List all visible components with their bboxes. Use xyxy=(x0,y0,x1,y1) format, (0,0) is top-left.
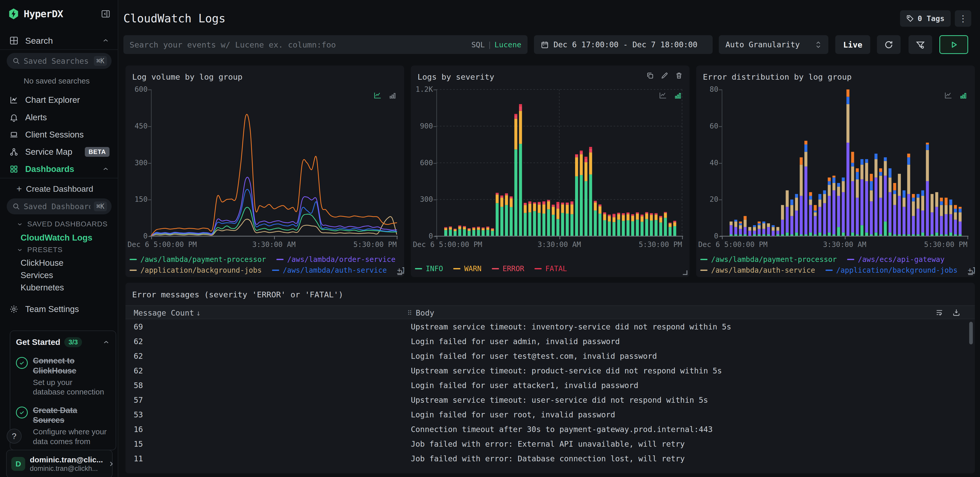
delete-panel-icon[interactable] xyxy=(675,72,683,80)
sidebar-preset-clickhouse[interactable]: ClickHouse xyxy=(21,258,64,268)
get-started-step-connect[interactable]: Connect to ClickHouse Set up your databa… xyxy=(16,356,110,397)
legend-color-dash xyxy=(700,270,708,271)
table-scrollbar[interactable] xyxy=(969,322,973,344)
sidebar-item-team-settings[interactable]: Team Settings xyxy=(0,302,118,316)
table-row[interactable]: 53Login failed for user root, invalid pa… xyxy=(126,407,975,422)
sidebar-dashboard-cloudwatch-logs[interactable]: CloudWatch Logs xyxy=(21,233,92,243)
tags-button[interactable]: 0 Tags xyxy=(900,10,951,27)
section-presets[interactable]: PRESETS xyxy=(16,246,63,254)
user-card[interactable]: D dominic.tran@clic... dominic.tran@clic… xyxy=(6,450,113,477)
legend-item[interactable]: /application/background-jobs xyxy=(826,266,958,275)
line-chart-mode-icon[interactable] xyxy=(659,91,667,99)
help-button[interactable]: ? xyxy=(7,429,22,444)
time-range-picker[interactable]: Dec 6 17:00:00 - Dec 7 18:00:00 xyxy=(534,35,713,54)
line-chart-mode-icon[interactable] xyxy=(944,91,953,99)
bar-chart-mode-icon[interactable] xyxy=(959,92,967,99)
granularity-select[interactable]: Auto Granularity xyxy=(719,35,828,54)
column-header-message-count[interactable]: Message Count ↓ xyxy=(134,308,201,317)
edit-panel-icon[interactable] xyxy=(661,72,668,80)
chart-logs-by-severity[interactable]: 1.2K9006003000Dec 6 5:00:00 PM3:30:00 AM… xyxy=(411,65,689,277)
refresh-button[interactable] xyxy=(877,35,900,54)
chevron-up-icon[interactable] xyxy=(102,165,110,173)
table-row[interactable]: 62Login failed for user admin, invalid p… xyxy=(126,334,975,348)
x-axis-tick-label: 5:30:00 PM xyxy=(639,240,682,249)
collapse-sidebar-icon[interactable] xyxy=(101,9,111,19)
section-saved-dashboards[interactable]: SAVED DASHBOARDS xyxy=(16,220,108,228)
sidebar-item-alerts[interactable]: Alerts xyxy=(0,110,118,125)
legend-more-link[interactable]: +1 more xyxy=(968,266,975,275)
chart-error-distribution[interactable]: 806040200Dec 6 5:00:00 PM3:30:00 AM5:30:… xyxy=(696,65,975,277)
legend-item[interactable]: FATAL xyxy=(535,264,567,273)
duplicate-panel-icon[interactable] xyxy=(646,72,654,80)
column-label: Body xyxy=(416,308,434,317)
table-row[interactable]: 16Connection timeout after 30s to paymen… xyxy=(126,422,975,436)
sidebar-preset-services[interactable]: Services xyxy=(21,270,53,280)
query-language-toggle[interactable]: SQL|Lucene xyxy=(471,40,521,49)
sidebar-item-service-map[interactable]: Service Map BETA xyxy=(0,145,118,159)
y-axis-tick xyxy=(433,199,436,200)
legend-item[interactable]: /aws/ecs/api-gateway xyxy=(847,255,945,264)
bar-chart-mode-icon[interactable] xyxy=(389,92,396,99)
column-header-body[interactable]: ⠿ Body xyxy=(407,308,434,317)
chevron-up-icon[interactable] xyxy=(102,339,110,346)
table-row[interactable]: 57Upstream service timeout: user-service… xyxy=(126,393,975,407)
create-dashboard-button[interactable]: + Create Dashboard xyxy=(16,183,93,194)
filter-button[interactable] xyxy=(908,35,932,54)
chart-log-volume[interactable]: 6004503001500Dec 6 5:00:00 PM3:30:00 AM5… xyxy=(126,65,404,277)
bar-chart-mode-icon[interactable] xyxy=(674,92,682,99)
live-button[interactable]: Live xyxy=(835,35,870,54)
get-started-step-sources[interactable]: Create Data Sources Configure where your… xyxy=(16,405,110,447)
sidebar-item-client-sessions[interactable]: Client Sessions xyxy=(0,127,118,142)
sidebar-item-dashboards[interactable]: Dashboards xyxy=(0,162,118,176)
chart-mode-toggle xyxy=(659,91,682,99)
cell-body: Login failed for user attacker1, invalid… xyxy=(411,381,638,390)
saved-searches-search[interactable]: ⌘K xyxy=(7,53,111,69)
table-row[interactable]: 62Login failed for user test@test.com, i… xyxy=(126,348,975,363)
download-icon[interactable] xyxy=(952,308,961,316)
cell-message-count: 15 xyxy=(134,439,143,448)
drag-handle-icon[interactable]: ⠿ xyxy=(407,309,412,317)
sidebar-item-search[interactable]: Search xyxy=(0,33,118,48)
laptop-icon xyxy=(9,130,19,140)
y-axis-tick xyxy=(148,126,151,127)
line-chart-mode-icon[interactable] xyxy=(373,91,382,99)
legend-more-link[interactable]: +1 more xyxy=(397,266,404,275)
table-row[interactable]: 58Login failed for user attacker1, inval… xyxy=(126,378,975,393)
table-row[interactable]: 69Upstream service timeout: inventory-se… xyxy=(126,319,975,334)
saved-dashboards-search[interactable]: ⌘K xyxy=(7,199,111,214)
legend-item[interactable]: INFO xyxy=(415,264,443,273)
legend-item[interactable]: WARN xyxy=(453,264,481,273)
legend-item[interactable]: /application/background-jobs xyxy=(130,266,262,275)
legend-item[interactable]: /aws/lambda/payment-processor xyxy=(700,255,837,264)
event-search[interactable]: SQL|Lucene xyxy=(123,35,528,54)
legend-item[interactable]: /aws/lambda/payment-processor xyxy=(130,255,266,264)
sidebar-preset-kubernetes[interactable]: Kubernetes xyxy=(21,283,64,293)
table-row[interactable]: 11Job failed with error: Database connec… xyxy=(126,451,975,466)
table-row[interactable]: 62Upstream service timeout: product-serv… xyxy=(126,363,975,378)
legend-item[interactable]: ERROR xyxy=(492,264,524,273)
run-query-button[interactable] xyxy=(939,35,968,54)
divider xyxy=(0,49,118,50)
saved-searches-input[interactable] xyxy=(24,57,90,65)
saved-dashboards-input[interactable] xyxy=(24,202,90,211)
chevron-up-icon[interactable] xyxy=(102,37,110,45)
legend-item[interactable]: /aws/lambda/auth-service xyxy=(272,266,387,275)
y-axis-tick-label: 80 xyxy=(696,86,718,93)
sql-toggle[interactable]: SQL xyxy=(471,40,485,49)
lucene-toggle[interactable]: Lucene xyxy=(494,40,521,49)
sidebar-item-chart-explorer[interactable]: Chart Explorer xyxy=(0,92,118,107)
x-axis-tick xyxy=(967,236,968,239)
table-row[interactable]: 15Job failed with error: External API un… xyxy=(126,436,975,451)
wrap-text-icon[interactable] xyxy=(935,308,943,316)
chart-plot[interactable] xyxy=(151,89,397,236)
legend-item[interactable]: /aws/lambda/order-service xyxy=(276,255,395,264)
cell-body: Upstream service timeout: inventory-serv… xyxy=(411,322,731,331)
kebab-menu-button[interactable]: ⋮ xyxy=(955,10,971,27)
chart-mode-toggle xyxy=(944,91,967,99)
section-label: SAVED DASHBOARDS xyxy=(27,220,108,228)
chart-legend-row: /aws/lambda/payment-processor/aws/lambda… xyxy=(130,255,395,264)
chart-plot[interactable] xyxy=(722,89,967,236)
chart-plot[interactable] xyxy=(436,89,682,236)
legend-item[interactable]: /aws/lambda/auth-service xyxy=(700,266,815,275)
event-search-input[interactable] xyxy=(130,40,467,49)
